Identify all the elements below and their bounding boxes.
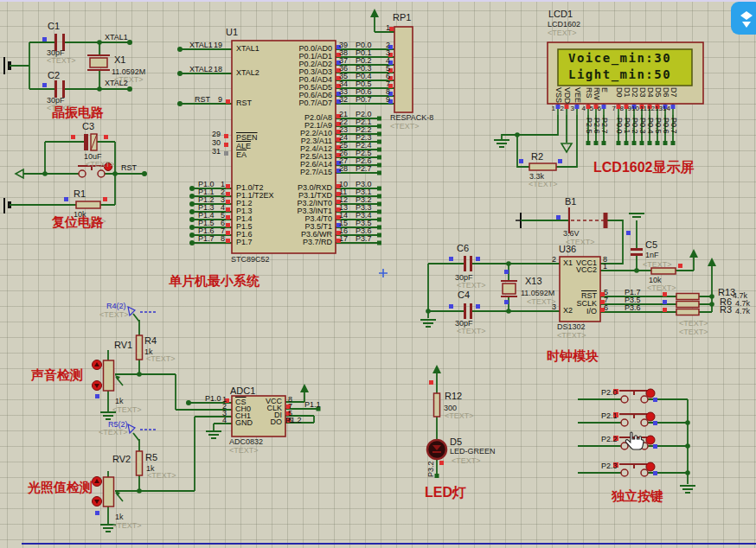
resistor-r3[interactable] (676, 309, 699, 315)
capacitor-c5[interactable] (631, 248, 643, 251)
capacitor-c2[interactable] (54, 80, 57, 98)
key-4 (613, 462, 657, 476)
resistor-r5[interactable] (137, 451, 143, 475)
wires (10, 142, 144, 205)
key-1 (613, 389, 657, 403)
key-button[interactable] (621, 419, 628, 426)
resistor-pack-rp1[interactable] (370, 9, 413, 112)
chip-u36[interactable] (560, 257, 600, 322)
resistor-10k[interactable] (651, 268, 676, 274)
terminal-xtal2 (127, 86, 132, 92)
mcu-u1-stc89c52[interactable] (177, 41, 394, 253)
floating-tool-icon[interactable] (731, 2, 756, 35)
wires (10, 42, 130, 89)
floating-tool-glyph-icon (731, 2, 756, 35)
led-section[interactable] (427, 365, 446, 478)
lcd-screen (558, 49, 692, 86)
chip-body[interactable] (232, 41, 336, 253)
key-actuator-icon[interactable] (646, 462, 655, 471)
key-button[interactable] (621, 469, 628, 476)
schematic-canvas: C130pF<TEXT>XTAL1X111.0592M<TEXT>C2XTAL2… (0, 0, 756, 548)
power-arrow-icon (370, 9, 379, 17)
ground-icon (494, 140, 509, 147)
key-2 (613, 412, 657, 426)
power-arrow-icon (689, 249, 698, 258)
resistor-r6[interactable] (676, 302, 699, 308)
resistor-r1[interactable] (76, 201, 100, 208)
resistor-r4[interactable] (137, 335, 143, 360)
capacitor-c6[interactable] (464, 256, 466, 271)
capacitor-c1[interactable] (54, 34, 57, 51)
wires (336, 49, 394, 243)
schematic-drawing (0, 0, 756, 548)
potentiometer-rv1[interactable] (104, 360, 114, 391)
terminal-rst (142, 171, 147, 176)
crystal-x13[interactable] (503, 284, 516, 294)
reset-circuit[interactable] (4, 134, 147, 213)
ground-icon (680, 486, 695, 493)
lcd1602-display[interactable] (494, 42, 703, 170)
capacitor-c4[interactable] (464, 303, 466, 319)
key-actuator-icon[interactable] (646, 436, 655, 444)
origin-marker-icon (379, 269, 388, 277)
crystal-oscillator-circuit[interactable] (4, 34, 132, 98)
reset-button[interactable] (79, 170, 86, 177)
power-arrow-icon (708, 258, 716, 266)
pot-adjust-buttons (93, 360, 102, 507)
button-actuator-icon[interactable] (105, 163, 112, 171)
adc-sensor-section[interactable] (93, 307, 321, 532)
ground-icon (420, 320, 436, 327)
resistor-r13[interactable] (676, 294, 699, 300)
capacitor-c3[interactable] (84, 134, 88, 150)
ground-icon (100, 412, 221, 532)
clock-module-ds1302[interactable] (420, 207, 716, 327)
resistor-r2[interactable] (529, 163, 556, 170)
key-actuator-icon[interactable] (646, 412, 655, 421)
key-button[interactable] (621, 396, 628, 403)
terminal-xtal1 (127, 40, 132, 45)
power-arrow-icon (432, 365, 441, 373)
potentiometer-rv2[interactable] (104, 477, 114, 507)
ground-up-icon (629, 213, 644, 217)
input-arrow-icon (16, 169, 23, 178)
crystal-x1[interactable] (90, 58, 107, 67)
key-actuator-icon[interactable] (646, 389, 655, 398)
wire-label-arrow-icon (128, 424, 135, 433)
chip-adc0832[interactable] (232, 396, 285, 436)
resistor-r12[interactable] (434, 393, 440, 417)
power-arrow-icon (300, 384, 309, 392)
ground-arrow-icon (561, 143, 572, 152)
